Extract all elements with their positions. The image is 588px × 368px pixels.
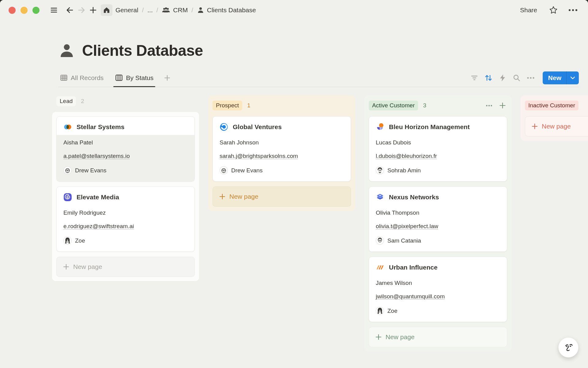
- status-pill[interactable]: Lead: [56, 96, 76, 106]
- person-icon: [197, 6, 204, 14]
- new-page-button[interactable]: New page: [525, 116, 588, 136]
- breadcrumb-item-general[interactable]: General: [115, 6, 138, 14]
- status-pill[interactable]: Active Customer: [369, 101, 418, 110]
- plus-icon: [89, 6, 97, 14]
- owner-chip: Sam Catania: [376, 236, 500, 245]
- column-count: 2: [81, 98, 84, 105]
- status-pill[interactable]: Inactive Customer: [525, 101, 579, 110]
- new-page-button[interactable]: New page: [213, 186, 351, 207]
- column-lead: Lead 2 Stellar Systems Aisha Patel: [52, 95, 199, 281]
- arrow-left-icon: [66, 6, 74, 14]
- new-tab-button[interactable]: [87, 4, 99, 16]
- contact-email[interactable]: jwilson@quantumquill.com: [376, 293, 445, 300]
- sort-arrows-icon: [484, 74, 493, 82]
- new-page-button[interactable]: New page: [56, 257, 195, 277]
- owner-name: Zoe: [75, 237, 85, 244]
- contact-email[interactable]: a.patel@stellarsystems.io: [63, 153, 130, 159]
- contact-name: Aisha Patel: [63, 139, 188, 146]
- ai-assistant-button[interactable]: [558, 337, 579, 358]
- forward-button[interactable]: [76, 4, 87, 16]
- lightning-icon: [499, 74, 506, 82]
- sort-button[interactable]: [483, 72, 494, 84]
- card-bleu-horizon-management[interactable]: Bleu Horizon Management Lucas Dubois l.d…: [369, 116, 507, 182]
- app-window: General / ... / CRM / Clients Database S…: [0, 0, 588, 368]
- plus-icon: [499, 102, 506, 109]
- new-button[interactable]: New: [543, 71, 566, 84]
- card-title: Urban Influence: [389, 264, 438, 271]
- owner-chip: Drew Evans: [220, 166, 344, 174]
- stellar-systems-logo: [63, 123, 72, 131]
- zoom-window-button[interactable]: [32, 7, 40, 14]
- column-add-card-button[interactable]: [498, 101, 507, 110]
- search-button[interactable]: [511, 72, 522, 84]
- plus-icon: [164, 74, 171, 82]
- bleu-horizon-logo: [376, 123, 384, 131]
- people-group-icon: [162, 6, 170, 14]
- card-global-ventures[interactable]: Global Ventures Sarah Johnson sarah.j@br…: [213, 116, 351, 182]
- contact-email[interactable]: e.rodriguez@swiftstream.ai: [63, 223, 134, 230]
- close-window-button[interactable]: [9, 7, 16, 14]
- tab-all-records[interactable]: All Records: [58, 69, 105, 87]
- new-page-button[interactable]: New page: [369, 327, 507, 347]
- more-options-button[interactable]: [567, 4, 579, 16]
- view-settings-button[interactable]: [525, 72, 537, 84]
- card-elevate-media[interactable]: Elevate Media Emily Rodriguez e.rodrigue…: [56, 186, 195, 252]
- column-header[interactable]: Active Customer 3: [369, 100, 507, 111]
- kanban-board: Lead 2 Stellar Systems Aisha Patel: [0, 87, 588, 351]
- minimize-window-button[interactable]: [21, 7, 28, 14]
- favorite-button[interactable]: [548, 4, 559, 16]
- page-icon person-icon[interactable]: [58, 42, 75, 59]
- card-title: Nexus Networks: [389, 194, 439, 201]
- card-stellar-systems[interactable]: Stellar Systems Aisha Patel a.patel@stel…: [56, 116, 195, 182]
- elevate-media-logo: [63, 193, 72, 201]
- column-header[interactable]: Prospect 1: [213, 100, 351, 111]
- column-header[interactable]: Lead 2: [52, 95, 199, 107]
- ellipsis-icon: [568, 9, 578, 12]
- column-count: 3: [423, 102, 426, 109]
- back-button[interactable]: [64, 4, 76, 16]
- card-title: Global Ventures: [233, 123, 282, 131]
- column-inactive-customer: Inactive Customer New page: [521, 95, 588, 141]
- card-nexus-networks[interactable]: Nexus Networks Olivia Thompson olivia.t@…: [369, 186, 507, 252]
- column-cards-surface: Stellar Systems Aisha Patel a.patel@stel…: [52, 112, 199, 281]
- owner-chip: Zoe: [63, 236, 188, 245]
- card-title: Stellar Systems: [77, 123, 124, 131]
- column-more-button[interactable]: [484, 101, 494, 110]
- filter-button[interactable]: [469, 72, 480, 84]
- breadcrumb-ellipsis[interactable]: ...: [147, 6, 153, 14]
- card-title: Bleu Horizon Management: [389, 123, 470, 131]
- share-button[interactable]: Share: [518, 5, 540, 16]
- zoe-avatar: [63, 236, 72, 245]
- owner-name: Drew Evans: [231, 167, 262, 174]
- plus-icon: [63, 263, 70, 270]
- card-urban-influence[interactable]: Urban Influence James Wilson jwilson@qua…: [369, 257, 507, 322]
- search-icon: [513, 74, 521, 82]
- automations-button[interactable]: [497, 72, 508, 84]
- page-title[interactable]: Clients Database: [82, 42, 203, 59]
- breadcrumb-item-clients-database[interactable]: Clients Database: [197, 6, 256, 14]
- board-view-icon: [115, 74, 123, 82]
- sidebar-toggle-button[interactable]: [48, 4, 60, 16]
- tab-label: All Records: [71, 74, 104, 82]
- sohrab-amin-avatar: [376, 166, 384, 174]
- contact-email[interactable]: sarah.j@brightsparksolns.com: [220, 153, 298, 159]
- contact-name: James Wilson: [376, 280, 500, 286]
- new-page-label: New page: [386, 333, 415, 341]
- home-button[interactable]: [101, 4, 112, 16]
- breadcrumb-item-crm[interactable]: CRM: [162, 6, 188, 14]
- column-header[interactable]: Inactive Customer: [525, 100, 588, 111]
- chevron-down-icon: [570, 76, 575, 79]
- urban-influence-logo: [376, 263, 384, 272]
- drew-evans-avatar: [220, 166, 228, 174]
- owner-chip: Sohrab Amin: [376, 166, 500, 174]
- nexus-networks-logo: [376, 193, 384, 201]
- breadcrumb-label: General: [115, 6, 138, 14]
- arrow-right-icon: [77, 6, 86, 14]
- add-view-button[interactable]: [161, 72, 173, 84]
- status-pill[interactable]: Prospect: [213, 101, 242, 110]
- ai-face-icon: [562, 341, 575, 354]
- new-dropdown-button[interactable]: [566, 71, 579, 84]
- tab-by-status[interactable]: By Status: [113, 69, 155, 87]
- contact-email[interactable]: l.dubois@bleuhorizon.fr: [376, 153, 437, 159]
- contact-email[interactable]: olivia.t@pixelperfect.law: [376, 223, 438, 230]
